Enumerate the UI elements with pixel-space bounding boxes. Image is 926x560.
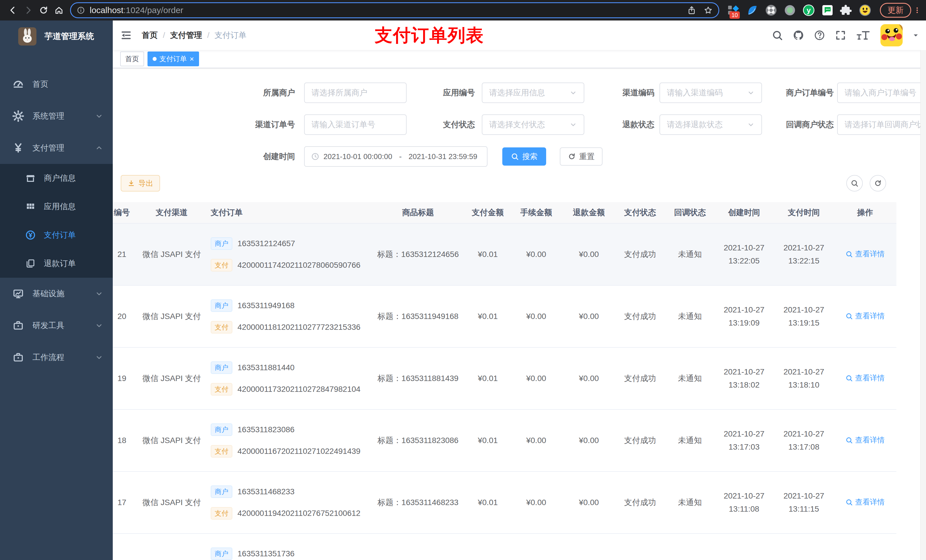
- chevron-down-icon: [569, 89, 577, 97]
- browser-menu-icon[interactable]: [914, 5, 921, 16]
- date-range-end: 2021-10-31 23:59:59: [409, 152, 477, 161]
- search-icon: [846, 312, 853, 320]
- bookmark-star-icon[interactable]: [704, 6, 713, 15]
- browser-home-button[interactable]: [51, 3, 67, 18]
- site-info-icon[interactable]: [77, 6, 85, 15]
- sidebar-item-label: 商户信息: [44, 173, 76, 184]
- breadcrumb-pay-manage[interactable]: 支付管理: [170, 30, 202, 41]
- cell-order: 商户1635311351736 支付: [204, 548, 369, 560]
- extension-icon-command[interactable]: [765, 4, 777, 17]
- sidebar-item-infra[interactable]: 基础设施: [0, 278, 113, 309]
- browser-reload-button[interactable]: [36, 3, 51, 18]
- view-detail-link[interactable]: 查看详情: [846, 249, 885, 259]
- sidebar-item-pay-order[interactable]: 支付订单: [0, 221, 113, 249]
- cell-no: 20: [113, 312, 139, 321]
- merchant-order-no: 1635311949168: [238, 301, 294, 310]
- browser-back-button[interactable]: [5, 3, 21, 18]
- sidebar-item-workflow[interactable]: 工作流程: [0, 341, 113, 373]
- extension-icon-balloon[interactable]: [746, 4, 758, 17]
- extensions-puzzle-icon[interactable]: [840, 4, 853, 17]
- show-search-toggle-button[interactable]: [846, 175, 863, 192]
- channel-order-no-input[interactable]: [304, 115, 407, 135]
- avatar-caret-down-icon[interactable]: [912, 32, 919, 39]
- refresh-table-button[interactable]: [870, 175, 886, 192]
- create-time-range-picker[interactable]: 2021-10-01 00:00:00 - 2021-10-31 23:59:5…: [304, 146, 487, 167]
- table-header-row: 编号 支付渠道 支付订单 商品标题 支付金额 手续金额 退款金额 支付状态 回调…: [113, 202, 896, 223]
- col-header-refund: 退款金额: [563, 207, 614, 218]
- merchant-tag: 商户: [211, 299, 232, 312]
- sidebar-item-merchant-info[interactable]: 商户信息: [0, 164, 113, 192]
- merchant-select-input[interactable]: [304, 83, 407, 103]
- search-icon: [846, 498, 853, 506]
- table-toolbar: 导出: [121, 174, 915, 192]
- cell-callback: 未通知: [666, 373, 714, 384]
- sidebar-item-label: 支付订单: [44, 229, 76, 240]
- refund-status-select[interactable]: 请选择退款状态: [660, 115, 762, 135]
- extension-icon-chat[interactable]: [821, 4, 834, 17]
- page-scrollbar[interactable]: [920, 50, 926, 560]
- logo-image: [18, 27, 36, 45]
- merchant-tag: 商户: [211, 548, 232, 560]
- filter-row-3: 创建时间 2021-10-01 00:00:00 - 2021-10-31 23…: [121, 140, 915, 172]
- app-logo[interactable]: 芋道管理系统: [0, 21, 113, 52]
- sidebar-item-refund-order[interactable]: 退款订单: [0, 249, 113, 278]
- cell-refund: ¥0.00: [563, 312, 614, 321]
- font-size-icon[interactable]: [856, 30, 871, 41]
- col-header-order: 支付订单: [204, 207, 369, 218]
- profile-emoji-avatar[interactable]: [859, 4, 872, 17]
- chevron-down-icon: [95, 290, 103, 297]
- app-select[interactable]: 请选择应用信息: [482, 83, 584, 103]
- view-detail-link[interactable]: 查看详情: [846, 311, 885, 321]
- search-icon: [511, 152, 519, 160]
- merchant-order-no-input[interactable]: [837, 83, 926, 103]
- breadcrumb-home[interactable]: 首页: [142, 30, 158, 41]
- extension-icon-diamond[interactable]: 10: [727, 4, 740, 17]
- cell-create-time: 2021-10-2713:22:05: [714, 241, 774, 267]
- callback-status-select[interactable]: 请选择订单回调商户状态: [837, 115, 926, 135]
- sidebar-item-label: 工作流程: [32, 352, 95, 363]
- sidebar-item-pay[interactable]: 支付管理: [0, 132, 113, 164]
- pay-status-select[interactable]: 请选择支付状态: [482, 115, 584, 135]
- view-detail-link[interactable]: 查看详情: [846, 373, 885, 383]
- tag-close-icon[interactable]: ×: [190, 55, 194, 63]
- sidebar-item-app-info[interactable]: 应用信息: [0, 192, 113, 221]
- address-bar[interactable]: localhost:1024/pay/order: [70, 2, 719, 18]
- share-icon[interactable]: [687, 6, 696, 15]
- table-row: 17 微信 JSAPI 支付 商户1635311468233 支付4200001…: [113, 472, 896, 534]
- tag-pay-order[interactable]: 支付订单 ×: [147, 51, 199, 66]
- sidebar-item-home[interactable]: 首页: [0, 68, 113, 100]
- cell-create-time: 2021-10-2713:17:03: [714, 427, 774, 454]
- help-icon[interactable]: [814, 30, 825, 41]
- sidebar-menu: 首页 系统管理 支付管理 商户信息 应用信息: [0, 52, 113, 373]
- view-detail-link[interactable]: 查看详情: [846, 497, 885, 507]
- sidebar-item-dev-tools[interactable]: 研发工具: [0, 309, 113, 341]
- cell-amount: ¥0.01: [466, 436, 509, 445]
- navbar-actions: [772, 24, 919, 46]
- channel-code-select[interactable]: 请输入渠道编码: [660, 83, 762, 103]
- search-icon: [846, 251, 853, 258]
- sidebar-item-label: 基础设施: [32, 288, 95, 299]
- fullscreen-icon[interactable]: [835, 30, 846, 41]
- col-header-pay-time: 支付时间: [774, 207, 834, 218]
- search-button[interactable]: 搜索: [502, 147, 546, 166]
- user-avatar[interactable]: [881, 24, 903, 46]
- github-icon[interactable]: [793, 30, 804, 41]
- clock-icon: [311, 152, 319, 161]
- sidebar-item-system[interactable]: 系统管理: [0, 100, 113, 132]
- cell-action: 查看详情: [834, 311, 896, 322]
- collapse-sidebar-icon[interactable]: [120, 29, 132, 41]
- cell-status: 支付成功: [614, 311, 666, 322]
- view-detail-link[interactable]: 查看详情: [846, 435, 885, 445]
- chrome-update-button[interactable]: 更新: [880, 3, 911, 18]
- merchant-order-no: 1635311881440: [238, 363, 294, 372]
- table-row: 19 微信 JSAPI 支付 商户1635311881440 支付4200001…: [113, 348, 896, 410]
- cell-title: 标题：1635311881439: [369, 373, 466, 384]
- breadcrumb-separator: /: [163, 31, 165, 40]
- reset-button[interactable]: 重置: [560, 147, 602, 166]
- extension-icon-y[interactable]: y: [802, 4, 815, 17]
- browser-forward-button[interactable]: [21, 3, 36, 18]
- header-search-icon[interactable]: [772, 30, 783, 41]
- export-button[interactable]: 导出: [121, 175, 160, 192]
- tag-home[interactable]: 首页: [120, 51, 144, 66]
- extension-icon-circle[interactable]: [784, 4, 796, 17]
